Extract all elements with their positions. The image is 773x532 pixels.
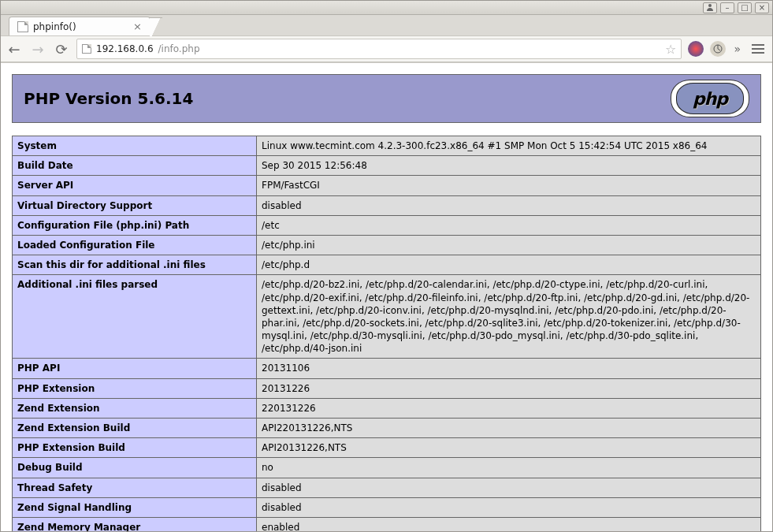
- tab-title: phpinfo(): [33, 21, 76, 32]
- info-key: Server API: [13, 176, 257, 195]
- table-row: Server APIFPM/FastCGI: [13, 176, 761, 195]
- info-key: Zend Extension: [13, 398, 257, 418]
- php-logo: php: [671, 80, 749, 117]
- table-row: SystemLinux www.tecmint.com 4.2.3-300.fc…: [13, 136, 761, 156]
- info-key: PHP Extension Build: [13, 438, 257, 458]
- table-row: Zend Signal Handlingdisabled: [13, 497, 761, 517]
- table-row: Debug Buildno: [13, 458, 761, 478]
- info-key: Zend Extension Build: [13, 419, 257, 438]
- tab-strip: phpinfo() ×: [1, 15, 772, 35]
- info-value: 220131226: [257, 398, 761, 418]
- info-key: Debug Build: [13, 458, 257, 478]
- info-value: 20131106: [257, 359, 761, 378]
- info-key: Build Date: [13, 156, 257, 176]
- table-row: Additional .ini files parsed/etc/php.d/2…: [13, 275, 761, 359]
- forward-button[interactable]: →: [29, 40, 46, 58]
- info-value: /etc/php.ini: [257, 235, 761, 255]
- back-button[interactable]: ←: [6, 40, 23, 58]
- browser-window: – □ × phpinfo() × ← → ⟳ 192.168.0.6/info…: [0, 0, 773, 532]
- info-value: disabled: [257, 497, 761, 517]
- page-viewport[interactable]: PHP Version 5.6.14 php SystemLinux www.t…: [1, 62, 772, 531]
- window-close-button[interactable]: ×: [755, 2, 769, 13]
- info-key: Zend Memory Manager: [13, 517, 257, 531]
- info-value: enabled: [257, 517, 761, 531]
- info-key: PHP API: [13, 359, 257, 378]
- info-key: Virtual Directory Support: [13, 195, 257, 215]
- window-maximize-button[interactable]: □: [738, 2, 752, 13]
- table-row: Thread Safetydisabled: [13, 478, 761, 497]
- info-value: Sep 30 2015 12:56:48: [257, 156, 761, 176]
- user-menu-button[interactable]: [703, 2, 717, 13]
- info-key: System: [13, 136, 257, 156]
- window-titlebar: – □ ×: [1, 1, 772, 15]
- info-value: /etc/php.d: [257, 255, 761, 275]
- page-icon: [17, 21, 28, 32]
- tab-close-button[interactable]: ×: [133, 20, 142, 32]
- browser-tab[interactable]: phpinfo() ×: [9, 17, 151, 35]
- info-value: disabled: [257, 478, 761, 497]
- info-value: Linux www.tecmint.com 4.2.3-300.fc23.x86…: [257, 136, 761, 156]
- info-key: Configuration File (php.ini) Path: [13, 215, 257, 235]
- reload-button[interactable]: ⟳: [53, 40, 70, 58]
- table-row: Zend Memory Managerenabled: [13, 517, 761, 531]
- hamburger-menu-button[interactable]: [749, 44, 767, 54]
- info-value: 20131226: [257, 378, 761, 398]
- extensions-overflow-button[interactable]: »: [732, 43, 742, 55]
- table-row: Loaded Configuration File/etc/php.ini: [13, 235, 761, 255]
- php-logo-text: php: [676, 83, 744, 114]
- info-key: Zend Signal Handling: [13, 497, 257, 517]
- table-row: PHP Extension BuildAPI20131226,NTS: [13, 438, 761, 458]
- info-key: Loaded Configuration File: [13, 235, 257, 255]
- table-row: PHP Extension20131226: [13, 378, 761, 398]
- extension-icon-2[interactable]: [710, 41, 726, 57]
- info-value: API20131226,NTS: [257, 438, 761, 458]
- browser-toolbar: ← → ⟳ 192.168.0.6/info.php ☆ »: [1, 35, 772, 62]
- phpinfo-header: PHP Version 5.6.14 php: [12, 74, 761, 123]
- info-value: FPM/FastCGI: [257, 176, 761, 195]
- table-row: PHP API20131106: [13, 359, 761, 378]
- table-row: Zend Extension BuildAPI220131226,NTS: [13, 419, 761, 438]
- phpinfo-page: PHP Version 5.6.14 php SystemLinux www.t…: [1, 63, 772, 531]
- url-path: /info.php: [158, 43, 200, 54]
- table-row: Configuration File (php.ini) Path/etc: [13, 215, 761, 235]
- table-row: Build DateSep 30 2015 12:56:48: [13, 156, 761, 176]
- info-value: disabled: [257, 195, 761, 215]
- extension-icon-1[interactable]: [688, 41, 704, 57]
- phpinfo-table: SystemLinux www.tecmint.com 4.2.3-300.fc…: [12, 136, 761, 531]
- info-key: PHP Extension: [13, 378, 257, 398]
- address-bar[interactable]: 192.168.0.6/info.php ☆: [76, 39, 682, 59]
- php-version-title: PHP Version 5.6.14: [24, 89, 193, 108]
- info-value: /etc/php.d/20-bz2.ini, /etc/php.d/20-cal…: [257, 275, 761, 359]
- window-minimize-button[interactable]: –: [720, 2, 734, 13]
- info-value: no: [257, 458, 761, 478]
- info-value: /etc: [257, 215, 761, 235]
- svg-point-0: [708, 4, 712, 7]
- info-key: Thread Safety: [13, 478, 257, 497]
- url-host: 192.168.0.6: [96, 43, 154, 54]
- info-value: API220131226,NTS: [257, 419, 761, 438]
- info-key: Additional .ini files parsed: [13, 275, 257, 359]
- table-row: Zend Extension220131226: [13, 398, 761, 418]
- table-row: Scan this dir for additional .ini files/…: [13, 255, 761, 275]
- table-row: Virtual Directory Supportdisabled: [13, 195, 761, 215]
- info-key: Scan this dir for additional .ini files: [13, 255, 257, 275]
- site-icon: [82, 44, 91, 54]
- bookmark-star-icon[interactable]: ☆: [665, 42, 676, 57]
